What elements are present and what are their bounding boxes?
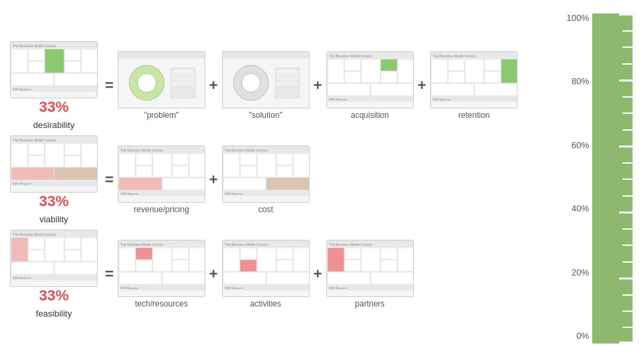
svg-rect-157 — [619, 278, 633, 280]
canvas-label-solution: "solution" — [249, 110, 283, 120]
svg-rect-36 — [328, 84, 370, 96]
svg-point-21 — [242, 73, 260, 92]
svg-rect-57 — [11, 143, 28, 167]
svg-rect-135 — [266, 272, 310, 284]
svg-rect-133 — [293, 248, 310, 271]
canvas-partners: The Business Model Canvas BMN Magazine — [326, 240, 414, 297]
row-feasibility: The Business Model Canvas BMN Magazine — [7, 230, 567, 319]
svg-rect-8 — [65, 61, 81, 73]
svg-text:The Business Model Canvas: The Business Model Canvas — [13, 138, 56, 142]
plus-1-desirability: + — [209, 77, 218, 94]
svg-rect-148 — [328, 272, 370, 284]
svg-rect-142 — [345, 248, 361, 259]
svg-rect-10 — [11, 73, 54, 86]
svg-rect-89 — [277, 154, 293, 165]
svg-text:BMN Magazine: BMN Magazine — [329, 98, 348, 101]
svg-rect-35 — [398, 59, 414, 83]
svg-rect-76 — [172, 166, 188, 177]
svg-rect-79 — [162, 178, 205, 190]
svg-rect-47 — [485, 59, 501, 71]
svg-rect-154 — [619, 79, 633, 81]
svg-rect-32 — [361, 59, 380, 83]
svg-rect-44 — [448, 59, 464, 71]
canvas-preview-viability: The Business Model Canvas BMN Magazine — [10, 135, 98, 193]
row-viability: The Business Model Canvas BMN Magazine — [7, 135, 567, 224]
svg-rect-72 — [136, 154, 152, 165]
score-label-feasibility: 33% — [39, 287, 69, 304]
svg-text:BMN Magazine: BMN Magazine — [433, 98, 452, 101]
svg-rect-23 — [277, 69, 298, 75]
svg-rect-145 — [381, 248, 397, 259]
svg-rect-77 — [189, 154, 205, 177]
svg-rect-92 — [223, 178, 266, 190]
svg-text:The Business Model Canvas: The Business Model Canvas — [225, 148, 268, 152]
svg-rect-90 — [277, 166, 293, 177]
equals-feasibility: = — [105, 265, 114, 283]
svg-rect-62 — [65, 156, 81, 167]
score-label-viability: 33% — [39, 193, 69, 210]
svg-rect-132 — [277, 260, 293, 271]
svg-rect-4 — [28, 49, 44, 61]
svg-rect-105 — [81, 238, 98, 261]
svg-rect-107 — [55, 262, 98, 274]
svg-rect-59 — [28, 156, 44, 167]
svg-rect-60 — [45, 143, 64, 167]
svg-text:BMN Magazine: BMN Magazine — [13, 276, 32, 280]
svg-text:The Business Model Canvas: The Business Model Canvas — [433, 54, 476, 58]
svg-text:The Business Model Canvas: The Business Model Canvas — [329, 54, 372, 58]
svg-text:BMN Magazine: BMN Magazine — [120, 192, 139, 195]
canvas-card-solution: "solution" — [222, 51, 310, 120]
svg-rect-78 — [119, 178, 162, 190]
svg-rect-31 — [345, 71, 361, 83]
svg-rect-43 — [431, 59, 448, 83]
ruler-labels: 100% 80% 60% 40% 20% 0% — [567, 10, 589, 340]
svg-rect-165 — [622, 162, 633, 164]
svg-rect-163 — [622, 112, 633, 114]
svg-rect-149 — [371, 272, 414, 284]
ruler-bar-container — [592, 13, 633, 344]
svg-rect-73 — [136, 166, 152, 177]
svg-rect-134 — [223, 272, 266, 284]
svg-rect-131 — [277, 248, 293, 259]
svg-rect-37 — [371, 84, 414, 96]
svg-rect-100 — [28, 238, 44, 249]
svg-rect-34 — [381, 71, 397, 83]
svg-point-15 — [137, 73, 156, 92]
canvas-problem — [118, 51, 205, 108]
svg-rect-45 — [448, 71, 464, 83]
svg-rect-48 — [485, 71, 501, 83]
svg-rect-158 — [619, 341, 633, 344]
plus-2-desirability: + — [314, 77, 322, 94]
svg-rect-104 — [65, 250, 81, 261]
row-label-viability: viability — [40, 214, 69, 224]
svg-rect-85 — [223, 154, 240, 177]
svg-rect-114 — [136, 248, 152, 259]
svg-rect-17 — [172, 69, 194, 75]
canvas-label-cost: cost — [258, 205, 273, 214]
svg-rect-93 — [266, 178, 310, 190]
svg-rect-24 — [277, 76, 298, 80]
ruler-label-80: 80% — [571, 77, 589, 86]
plus-2-feasibility: + — [314, 265, 322, 283]
svg-rect-74 — [153, 154, 172, 177]
svg-text:BMN Magazine: BMN Magazine — [120, 286, 139, 290]
svg-rect-115 — [136, 260, 152, 271]
svg-text:The Business Model Canvas: The Business Model Canvas — [13, 232, 56, 236]
svg-rect-146 — [381, 260, 397, 271]
svg-rect-161 — [622, 63, 633, 65]
canvas-preview-feasibility: The Business Model Canvas BMN Magazine — [10, 230, 98, 287]
svg-rect-87 — [240, 166, 256, 177]
svg-rect-120 — [119, 272, 162, 284]
svg-rect-130 — [257, 248, 276, 271]
canvas-card-partners: The Business Model Canvas BMN Magazine — [326, 240, 414, 308]
svg-rect-169 — [622, 244, 633, 246]
svg-rect-143 — [345, 260, 361, 271]
svg-rect-19 — [172, 81, 194, 86]
equals-desirability: = — [105, 77, 114, 94]
score-block-viability: The Business Model Canvas BMN Magazine — [7, 135, 101, 224]
svg-rect-91 — [293, 154, 310, 177]
svg-rect-103 — [65, 238, 81, 249]
svg-rect-168 — [622, 228, 633, 230]
svg-rect-33 — [381, 59, 397, 71]
svg-rect-156 — [619, 211, 633, 214]
